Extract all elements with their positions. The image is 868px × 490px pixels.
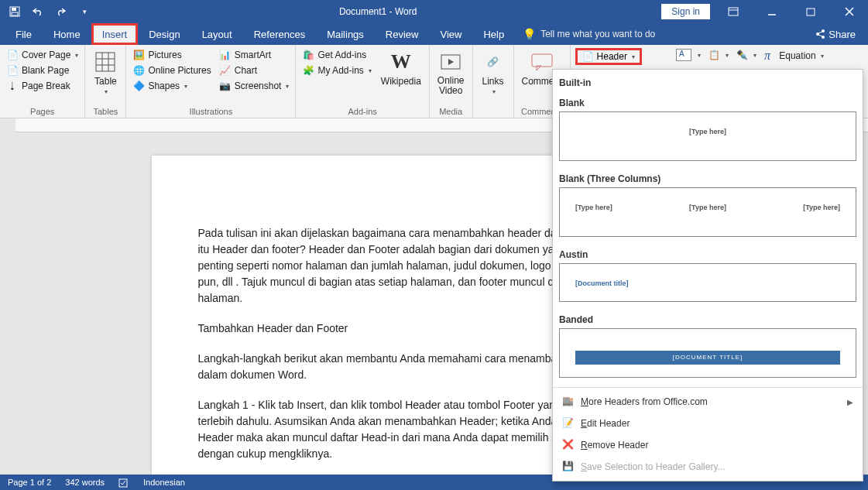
group-media-label: Media — [434, 105, 468, 116]
tab-references[interactable]: References — [243, 23, 316, 45]
video-icon — [438, 50, 463, 74]
share-label: Share — [829, 29, 856, 40]
screenshot-icon: 📷 — [219, 80, 232, 92]
cover-page-button[interactable]: 📄Cover Page▾ — [5, 48, 80, 62]
links-button[interactable]: 🔗 Links▾ — [478, 48, 509, 97]
tab-insert[interactable]: Insert — [91, 23, 139, 45]
group-pages-label: Pages — [5, 105, 80, 116]
svg-rect-1 — [12, 8, 16, 11]
page-break-button[interactable]: ⭭Page Break — [5, 79, 80, 93]
signature-icon: ✒️ — [736, 49, 749, 61]
edit-header-button[interactable]: 📝 Edit Header — [553, 413, 863, 434]
tab-review[interactable]: Review — [375, 23, 430, 45]
online-pictures-button[interactable]: 🌐Online Pictures — [131, 63, 212, 77]
header-gallery: Built-in Blank [Type here] Blank (Three … — [552, 69, 863, 481]
save-icon[interactable] — [5, 2, 25, 22]
svg-line-13 — [818, 35, 822, 36]
group-addins-label: Add-ins — [300, 105, 424, 116]
share-icon — [815, 29, 825, 39]
picture-icon: 🖼️ — [132, 49, 145, 61]
gallery-banded-label: Banded — [559, 307, 856, 328]
quickparts-button[interactable]: 📋▾ — [707, 48, 730, 62]
tab-file[interactable]: File — [5, 23, 43, 45]
spellcheck-icon[interactable] — [118, 477, 129, 488]
svg-rect-6 — [807, 9, 815, 15]
pi-icon: π — [764, 49, 770, 63]
tell-me-search[interactable]: 💡 Tell me what you want to do — [515, 23, 663, 45]
office-icon: 🏬 — [562, 396, 575, 408]
textbox-icon — [676, 49, 691, 61]
tell-me-label: Tell me what you want to do — [540, 29, 655, 39]
smartart-icon: 📊 — [219, 49, 232, 61]
pictures-button[interactable]: 🖼️Pictures — [131, 48, 212, 62]
page-number-status[interactable]: Page 1 of 2 — [8, 478, 51, 487]
smartart-button[interactable]: 📊SmartArt — [218, 48, 291, 62]
get-addins-button[interactable]: 🛍️Get Add-ins — [300, 48, 372, 62]
edit-icon: 📝 — [562, 417, 575, 430]
redo-icon[interactable] — [51, 2, 71, 22]
save-selection-button: 💾 Save Selection to Header Gallery... — [553, 456, 863, 478]
break-icon: ⭭ — [6, 80, 19, 92]
signature-button[interactable]: ✒️▾ — [735, 48, 758, 62]
qat-dropdown-icon[interactable]: ▾ — [74, 2, 94, 22]
tab-mailings[interactable]: Mailings — [316, 23, 375, 45]
my-addins-button[interactable]: 🧩My Add-ins▾ — [300, 63, 372, 77]
svg-rect-14 — [96, 53, 115, 71]
blank-page-button[interactable]: 📄Blank Page — [5, 63, 80, 77]
equation-button[interactable]: π Equation▾ — [763, 48, 825, 63]
textbox-button[interactable]: ▾ — [674, 48, 702, 62]
sign-in-button[interactable]: Sign in — [661, 4, 710, 19]
addins-icon: 🧩 — [302, 64, 314, 77]
gallery-blank-label: Blank — [559, 90, 856, 111]
lightbulb-icon: 💡 — [523, 28, 536, 40]
gallery-item-banded[interactable]: [DOCUMENT TITLE] — [559, 328, 856, 378]
group-tables-label: Tables — [90, 105, 121, 116]
shapes-button[interactable]: 🔷Shapes▾ — [131, 79, 212, 93]
gallery-item-austin[interactable]: [Document title] — [559, 263, 856, 302]
maximize-icon[interactable] — [795, 0, 826, 23]
tab-view[interactable]: View — [429, 23, 472, 45]
tab-layout[interactable]: Layout — [191, 23, 243, 45]
share-button[interactable]: Share — [802, 23, 868, 45]
title-bar: ▾ Document1 - Word Sign in — [0, 0, 868, 23]
svg-rect-3 — [729, 8, 738, 15]
svg-marker-20 — [448, 59, 454, 65]
comment-icon — [530, 50, 554, 74]
tab-home[interactable]: Home — [43, 23, 91, 45]
chevron-right-icon: ▶ — [847, 398, 853, 406]
tab-design[interactable]: Design — [138, 23, 190, 45]
shapes-icon: 🔷 — [132, 80, 145, 92]
gallery-item-blank[interactable]: [Type here] — [559, 111, 856, 161]
gallery-blank3-label: Blank (Three Columns) — [559, 166, 856, 187]
word-count-status[interactable]: 342 words — [65, 478, 105, 487]
online-video-button[interactable]: Online Video — [434, 48, 468, 98]
gallery-austin-label: Austin — [559, 242, 856, 263]
undo-icon[interactable] — [28, 2, 48, 22]
gallery-category: Built-in — [559, 74, 856, 90]
chart-button[interactable]: 📈Chart — [218, 63, 291, 77]
wikipedia-icon: W — [389, 50, 413, 74]
ribbon-tabs: File Home Insert Design Layout Reference… — [0, 23, 868, 45]
svg-rect-2 — [12, 12, 18, 15]
tab-help[interactable]: Help — [472, 23, 515, 45]
remove-header-button[interactable]: ❌ Remove Header — [553, 434, 863, 456]
table-icon — [93, 50, 118, 74]
save-gallery-icon: 💾 — [562, 461, 575, 473]
more-headers-button[interactable]: 🏬 More Headers from Office.com ▶ — [553, 391, 863, 413]
link-icon: 🔗 — [481, 50, 506, 74]
svg-rect-21 — [532, 54, 552, 67]
wikipedia-button[interactable]: W Wikipedia — [378, 48, 424, 88]
gallery-item-blank3[interactable]: [Type here] [Type here] [Type here] — [559, 187, 856, 237]
header-dropdown-button[interactable]: 📄 Header▾ — [575, 48, 642, 65]
minimize-icon[interactable] — [756, 0, 787, 23]
page-icon: 📄 — [6, 49, 19, 61]
language-status[interactable]: Indonesian — [143, 478, 185, 487]
close-icon[interactable] — [834, 0, 865, 23]
svg-line-12 — [818, 32, 822, 33]
table-button[interactable]: Table▾ — [90, 48, 121, 97]
page-icon: 📄 — [6, 64, 19, 77]
ribbon-display-icon[interactable] — [718, 0, 749, 23]
screenshot-button[interactable]: 📷Screenshot▾ — [218, 79, 291, 93]
parts-icon: 📋 — [708, 49, 721, 61]
chart-icon: 📈 — [219, 64, 232, 77]
